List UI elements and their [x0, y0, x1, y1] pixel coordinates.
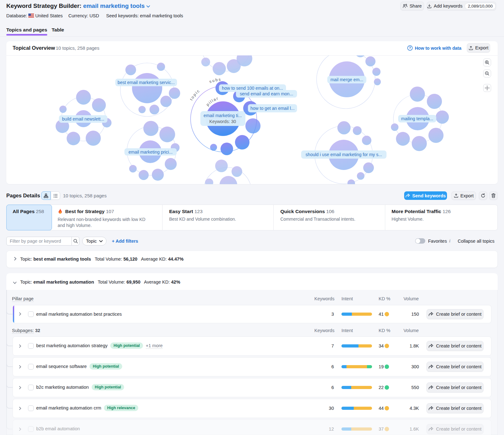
svg-text:build email newslett...: build email newslett...: [62, 116, 104, 121]
svg-text:?: ?: [409, 46, 411, 50]
svg-text:send email and earn mon...: send email and earn mon...: [240, 91, 293, 96]
svg-text:Keywords: 30: Keywords: 30: [209, 119, 236, 124]
svg-text:email marketing prici...: email marketing prici...: [129, 150, 173, 155]
svg-text:best email marketing servic...: best email marketing servic...: [117, 80, 175, 85]
svg-text:how to get an email l...: how to get an email l...: [250, 106, 295, 111]
svg-text:mailing templa...: mailing templa...: [401, 116, 433, 121]
svg-text:email marketing ti...: email marketing ti...: [203, 113, 242, 118]
svg-text:topic: topic: [189, 88, 201, 101]
svg-text:should i use email marketing f: should i use email marketing for my s...: [306, 152, 382, 157]
svg-text:mail merge em...: mail merge em...: [330, 77, 363, 82]
svg-text:how to send 100 emails at on..: how to send 100 emails at on...: [222, 86, 283, 91]
